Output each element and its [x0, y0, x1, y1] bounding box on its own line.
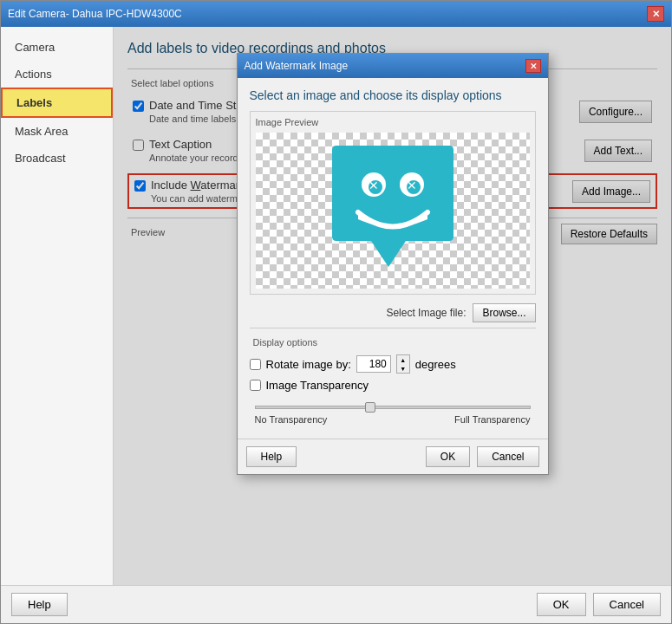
add-watermark-modal: Add Watermark Image ✕ Select an image an…: [237, 53, 549, 475]
smiley-icon: ✕ ✕: [323, 141, 462, 280]
help-button[interactable]: Help: [11, 593, 68, 616]
image-preview-box: ✕ ✕: [256, 133, 530, 289]
svg-text:✕: ✕: [369, 179, 379, 192]
rotate-label: Rotate image by:: [266, 358, 351, 371]
modal-title-bar: Add Watermark Image ✕: [238, 54, 548, 78]
select-image-label: Select Image file:: [386, 307, 466, 319]
display-options-label: Display options: [250, 337, 322, 348]
image-preview-section: Image Preview: [250, 111, 536, 295]
sidebar-item-mask-area[interactable]: Mask Area: [1, 118, 113, 145]
transparency-option-row: Image Transparency: [250, 379, 536, 392]
modal-close-button[interactable]: ✕: [525, 59, 541, 73]
rotate-checkbox[interactable]: [250, 359, 261, 370]
svg-text:✕: ✕: [407, 179, 417, 192]
sidebar-item-camera[interactable]: Camera: [1, 34, 113, 61]
transparency-checkbox[interactable]: [250, 380, 261, 391]
transparency-slider-thumb[interactable]: [365, 402, 375, 413]
sidebar-item-actions[interactable]: Actions: [1, 61, 113, 88]
transparency-slider-row: No Transparency Full Transparency: [250, 397, 536, 428]
modal-overlay: Add Watermark Image ✕ Select an image an…: [114, 27, 671, 585]
modal-body: Select an image and choose its display o…: [238, 78, 548, 439]
title-bar: Edit Camera- Dahua IPC-HDW4300C ✕: [1, 1, 671, 27]
full-transparency-label: Full Transparency: [454, 414, 530, 425]
ok-button[interactable]: OK: [537, 593, 586, 616]
sidebar-item-broadcast[interactable]: Broadcast: [1, 145, 113, 172]
rotate-unit: degrees: [415, 358, 456, 371]
rotate-option-row: Rotate image by: ▲ ▼ degrees: [250, 354, 536, 374]
no-transparency-label: No Transparency: [255, 414, 328, 425]
display-options-section: Display options Rotate image by: ▲ ▼: [250, 328, 536, 428]
select-image-row: Select Image file: Browse...: [250, 303, 536, 322]
content-area: Add labels to video recordings and photo…: [114, 27, 671, 585]
modal-help-button[interactable]: Help: [246, 446, 297, 467]
sidebar-item-labels[interactable]: Labels: [1, 88, 113, 118]
modal-subtitle: Select an image and choose its display o…: [250, 88, 536, 102]
modal-cancel-button[interactable]: Cancel: [477, 446, 538, 467]
cancel-button[interactable]: Cancel: [593, 593, 661, 616]
rotate-spinner: ▲ ▼: [396, 354, 410, 374]
modal-ok-button[interactable]: OK: [426, 446, 470, 467]
rotate-input[interactable]: [356, 355, 391, 373]
modal-title: Add Watermark Image: [245, 60, 349, 72]
browse-button[interactable]: Browse...: [473, 303, 535, 322]
transparency-slider-track[interactable]: [255, 406, 531, 409]
window-close-button[interactable]: ✕: [647, 6, 664, 22]
slider-labels: No Transparency Full Transparency: [255, 414, 531, 425]
sidebar: Camera Actions Labels Mask Area Broadcas…: [1, 27, 114, 585]
main-content: Camera Actions Labels Mask Area Broadcas…: [1, 27, 671, 585]
rotate-spinner-up[interactable]: ▲: [397, 355, 409, 364]
rotate-spinner-down[interactable]: ▼: [397, 364, 409, 373]
image-preview-label: Image Preview: [256, 117, 530, 127]
window-title: Edit Camera- Dahua IPC-HDW4300C: [8, 8, 182, 20]
bottom-bar: Help OK Cancel: [1, 585, 671, 623]
modal-bottom-bar: Help OK Cancel: [238, 439, 548, 474]
transparency-label: Image Transparency: [266, 379, 369, 392]
main-window: Edit Camera- Dahua IPC-HDW4300C ✕ Camera…: [0, 0, 672, 624]
